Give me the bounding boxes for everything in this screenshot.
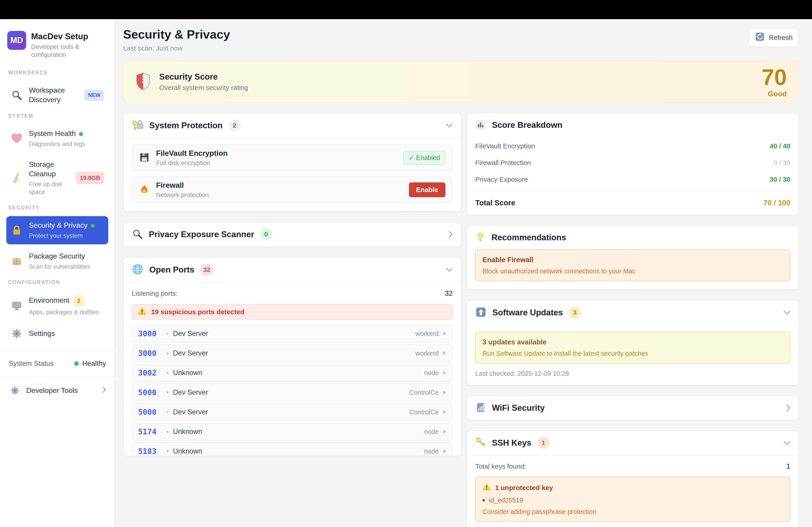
- chevron-down-icon: [784, 311, 791, 315]
- sidebar-item-subtitle: Protect your system: [29, 232, 104, 240]
- sidebar-item-subtitle: Apps, packages & dotfiles: [29, 308, 104, 316]
- filevault-row: FileVault Encryption Full disk encryptio…: [132, 145, 453, 171]
- port-row[interactable]: 5174 Unknown node: [132, 423, 453, 441]
- recommendation-title: Enable Firewall: [482, 256, 783, 264]
- count-badge: 0: [260, 228, 272, 241]
- sidebar-item-environment[interactable]: Environment2 Apps, packages & dotfiles: [6, 291, 108, 321]
- ssh-alert-title: 1 unprotected key: [495, 484, 553, 492]
- chevron-down-icon: [446, 123, 453, 127]
- port-row[interactable]: 3000 Dev Server workerd: [132, 325, 453, 343]
- wifi-security-header[interactable]: WiFi Security: [467, 396, 798, 420]
- count-badge: 1: [537, 437, 549, 449]
- listening-ports-row: Listening ports: 32: [132, 289, 453, 298]
- chevron-down-icon: [446, 268, 453, 272]
- port-number: 5000: [138, 408, 166, 417]
- open-ports-header[interactable]: Open Ports 32: [124, 258, 461, 283]
- floppy-disk-icon: [139, 152, 150, 164]
- ssh-alert-box: 1 unprotected key id_ed25519 Consider ad…: [475, 477, 791, 522]
- sidebar-item-system-health[interactable]: System Health Diagnostics and logs: [6, 124, 108, 153]
- enable-firewall-button[interactable]: Enable: [409, 182, 446, 197]
- search-icon: [10, 90, 23, 101]
- expand-arrow-icon: [443, 371, 446, 375]
- sidebar-item-label: Settings: [29, 329, 104, 338]
- sidebar-item-package-security[interactable]: Package Security Scan for vulnerabilitie…: [6, 247, 108, 275]
- feature-title: FileVault Encryption: [156, 149, 397, 157]
- updates-alert-detail: Run Software Update to install the lates…: [482, 350, 783, 357]
- globe-icon: [132, 264, 143, 276]
- environment-count-badge: 2: [74, 295, 84, 306]
- port-row[interactable]: 3000 Dev Server workerd: [132, 344, 453, 362]
- divider: [0, 350, 115, 351]
- sidebar-item-security-privacy[interactable]: Security & Privacy Protect your system: [6, 216, 108, 244]
- port-name: Dev Server: [173, 349, 208, 357]
- sidebar-item-settings[interactable]: Settings: [6, 323, 108, 344]
- security-score-value: 70: [762, 66, 787, 88]
- breakdown-value: 0 / 30: [773, 159, 791, 167]
- sidebar-item-storage-cleanup[interactable]: Storage Cleanup Free up disk space 19.8G…: [6, 155, 108, 201]
- ssh-keys-card: SSH Keys 1 Total keys found: 1: [467, 431, 799, 527]
- count-badge: 32: [200, 264, 213, 276]
- port-row[interactable]: 5000 Dev Server ControlCe: [132, 403, 453, 421]
- storage-size-badge: 19.8GB: [76, 172, 104, 184]
- new-badge: NEW: [84, 89, 104, 101]
- total-score-value: 70 / 100: [764, 199, 791, 207]
- privacy-scanner-header[interactable]: Privacy Exposure Scanner 0: [124, 223, 461, 246]
- sidebar-item-subtitle: Diagnostics and logs: [29, 140, 104, 148]
- total-keys-label: Total keys found:: [475, 463, 526, 470]
- recommendation-detail: Block unauthorized network connections t…: [482, 268, 783, 275]
- last-scan-text: Last scan: Just now: [123, 44, 230, 52]
- recommendation-item: Enable Firewall Block unauthorized netwo…: [475, 250, 791, 281]
- software-updates-card: Software Updates 3 3 updates available R…: [467, 300, 799, 386]
- sidebar-item-label: Security & Privacy: [29, 221, 88, 229]
- breakdown-label: Firewall Protection: [475, 159, 531, 167]
- card-title: Recommendations: [492, 233, 566, 242]
- open-ports-card: Open Ports 32 Listening ports: 32: [123, 257, 461, 456]
- search-icon: [132, 228, 143, 241]
- app-header: MD MacDev Setup Developer tools & config…: [6, 31, 108, 59]
- system-protection-header[interactable]: System Protection 2: [124, 114, 461, 138]
- signal-bars-icon: [475, 402, 486, 414]
- breakdown-label: Privacy Exposure: [475, 176, 528, 183]
- status-dot: [79, 132, 83, 136]
- port-number: 5174: [138, 427, 166, 436]
- port-name: Unknown: [173, 447, 202, 455]
- sidebar-item-workspace-discovery[interactable]: Workspace Discovery NEW: [6, 81, 108, 109]
- app-name: MacDev Setup: [31, 32, 105, 41]
- breakdown-value: 30 / 30: [770, 176, 791, 183]
- port-name: Unknown: [173, 369, 202, 377]
- expand-arrow-icon: [443, 410, 446, 414]
- feature-title: Firewall: [156, 181, 403, 190]
- count-badge: 2: [229, 119, 241, 132]
- healthy-dot: [74, 361, 79, 366]
- heart-icon: [10, 133, 23, 144]
- developer-tools-row[interactable]: Developer Tools: [6, 383, 108, 398]
- sidebar-item-label: Storage Cleanup: [29, 160, 70, 179]
- app-tagline: Developer tools & configuration: [31, 43, 105, 59]
- software-updates-header[interactable]: Software Updates 3: [467, 301, 798, 325]
- port-process: ControlCe: [409, 408, 439, 416]
- expand-arrow-icon: [443, 449, 446, 453]
- listening-ports-count: 32: [445, 289, 453, 298]
- sidebar-item-label: Environment: [29, 296, 70, 304]
- port-row[interactable]: 5000 Dev Server ControlCe: [132, 383, 453, 402]
- separator-dot: [166, 372, 169, 374]
- shield-icon: [135, 72, 151, 91]
- package-icon: [10, 255, 23, 267]
- card-title: SSH Keys: [492, 438, 532, 448]
- up-arrow-icon: [475, 306, 487, 319]
- card-title: Software Updates: [492, 308, 563, 317]
- sidebar-item-subtitle: Free up disk space: [29, 180, 70, 196]
- wifi-security-card: WiFi Security: [467, 396, 799, 420]
- section-label-system: SYSTEM: [8, 113, 108, 119]
- port-row[interactable]: 3002 Unknown node: [132, 364, 453, 382]
- refresh-button[interactable]: Refresh: [749, 28, 799, 47]
- card-title: Privacy Exposure Scanner: [149, 230, 254, 239]
- refresh-label: Refresh: [769, 34, 793, 42]
- ssh-keys-header[interactable]: SSH Keys 1: [467, 431, 798, 455]
- chevron-right-icon: [786, 405, 791, 411]
- bullet-dot: [482, 499, 485, 501]
- separator-dot: [166, 450, 169, 452]
- key-icon: [475, 437, 486, 449]
- port-process: workerd: [416, 350, 439, 357]
- port-row[interactable]: 5183 Unknown node: [132, 442, 453, 456]
